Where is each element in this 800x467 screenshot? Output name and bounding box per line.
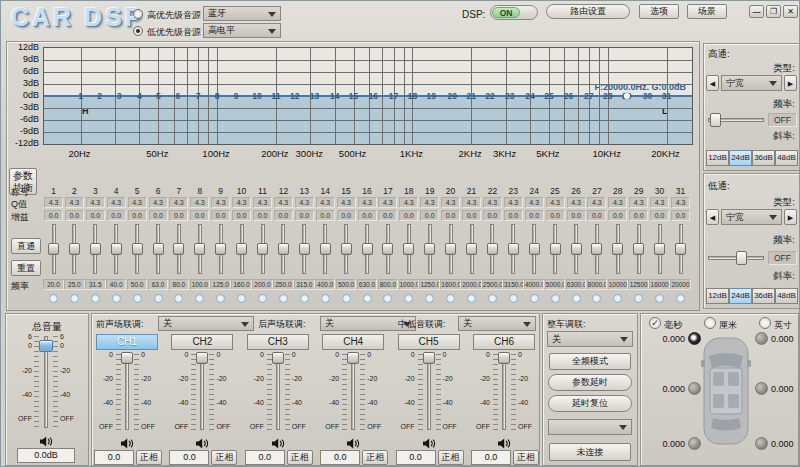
eq-band-marker[interactable]: 2 [92,91,108,101]
band-gain-value[interactable]: 0.0 [65,210,84,221]
connection-status-button[interactable]: 未连接 [549,443,631,461]
options-button[interactable]: 选项 [639,4,679,19]
band-gain-thumb[interactable] [466,243,477,255]
lowpass-freq-thumb[interactable] [736,251,747,265]
band-gain-value[interactable]: 0.0 [274,210,293,221]
band-select-radio[interactable] [216,294,225,303]
band-select-radio[interactable] [112,294,121,303]
band-select-radio[interactable] [133,294,142,303]
band-q-value[interactable]: 4.3 [399,197,418,208]
band-q-value[interactable]: 4.3 [420,197,439,208]
vehicle-link-select[interactable]: 关 [547,331,633,347]
slope-button-12dB[interactable]: 12dB [706,288,729,304]
delay-knob-icon[interactable] [688,382,701,395]
eq-band-marker[interactable]: 23 [502,91,518,101]
band-q-value[interactable]: 4.3 [190,197,209,208]
band-gain-thumb[interactable] [571,243,582,255]
band-gain-value[interactable]: 0.0 [671,210,690,221]
delay-unit-radio-2[interactable] [704,317,716,329]
band-gain-thumb[interactable] [382,243,393,255]
band-select-radio[interactable] [509,294,518,303]
delay-knob-icon[interactable] [755,437,768,450]
band-gain-value[interactable]: 0.0 [608,210,627,221]
channel-level-thumb[interactable] [121,352,133,364]
scene-button[interactable]: 场景 [687,4,727,19]
band-gain-thumb[interactable] [320,243,331,255]
bypass-button[interactable]: 直通 [11,238,41,254]
eq-band-marker[interactable]: 9 [228,91,244,101]
band-gain-thumb[interactable] [173,243,184,255]
band-gain-thumb[interactable] [487,243,498,255]
band-gain-value[interactable]: 0.0 [462,210,481,221]
channel-phase-button[interactable]: 正相 [513,450,539,465]
channel-mute-icon[interactable] [195,435,209,446]
band-gain-value[interactable]: 0.0 [650,210,669,221]
band-q-value[interactable]: 4.3 [378,197,397,208]
channel-level-thumb[interactable] [498,352,510,364]
band-gain-thumb[interactable] [591,243,602,255]
band-gain-thumb[interactable] [675,243,686,255]
minimize-icon[interactable]: — [749,5,764,18]
band-q-value[interactable]: 4.3 [629,197,648,208]
band-select-radio[interactable] [425,294,434,303]
band-gain-thumb[interactable] [654,243,665,255]
band-select-radio[interactable] [634,294,643,303]
band-q-value[interactable]: 4.3 [295,197,314,208]
eq-band-marker[interactable]: 16 [365,91,381,101]
slope-button-48dB[interactable]: 48dB [775,288,798,304]
band-q-value[interactable]: 4.3 [650,197,669,208]
slope-button-12dB[interactable]: 12dB [706,150,729,166]
routing-settings-button[interactable]: 路由设置 [546,4,630,19]
band-select-radio[interactable] [467,294,476,303]
slope-button-48dB[interactable]: 48dB [775,150,798,166]
channel-tab-ch5[interactable]: CH5 [398,334,460,350]
eq-band-marker[interactable]: 20 [444,91,460,101]
band-gain-value[interactable]: 0.0 [169,210,188,221]
band-select-radio[interactable] [551,294,560,303]
band-q-value[interactable]: 4.3 [525,197,544,208]
band-q-value[interactable]: 4.3 [358,197,377,208]
eq-band-marker[interactable]: 6 [170,91,186,101]
band-gain-value[interactable]: 0.0 [253,210,272,221]
channel-level-slider[interactable] [427,354,431,430]
band-gain-value[interactable]: 0.0 [504,210,523,221]
channel-level-slider[interactable] [276,354,280,430]
band-gain-value[interactable]: 0.0 [378,210,397,221]
eq-band-marker[interactable]: 4 [131,91,147,101]
band-gain-thumb[interactable] [341,243,352,255]
highpass-type-select[interactable]: 宁宽 [721,75,782,91]
maximize-icon[interactable]: ❐ [766,5,781,18]
eq-band-marker[interactable]: 8 [209,91,225,101]
eq-band-marker[interactable]: 17 [386,91,402,101]
band-gain-value[interactable]: 0.0 [211,210,230,221]
full-frequency-mode-button[interactable]: 全频模式 [549,353,631,370]
band-select-radio[interactable] [174,294,183,303]
band-q-value[interactable]: 4.3 [587,197,606,208]
channel-phase-button[interactable]: 正相 [362,450,388,465]
eq-band-marker[interactable]: 25 [541,91,557,101]
delay-unit-radio-1[interactable]: ✓ [649,317,661,329]
band-gain-value[interactable]: 0.0 [149,210,168,221]
eq-band-marker[interactable]: 10 [249,91,265,101]
band-gain-value[interactable]: 0.0 [483,210,502,221]
close-icon[interactable]: ✕ [783,5,798,18]
eq-band-marker[interactable]: 31 [659,91,675,101]
band-gain-value[interactable]: 0.0 [441,210,460,221]
channel-level-slider[interactable] [125,354,129,430]
band-gain-value[interactable]: 0.0 [107,210,126,221]
eq-band-marker[interactable]: 7 [190,91,206,101]
band-gain-thumb[interactable] [48,243,59,255]
band-gain-thumb[interactable] [278,243,289,255]
slope-button-36dB[interactable]: 36dB [752,288,775,304]
channel-mute-icon[interactable] [422,435,436,446]
channel-phase-button[interactable]: 正相 [136,450,162,465]
eq-band-marker[interactable]: 12 [287,91,303,101]
channel-phase-button[interactable]: 正相 [438,450,464,465]
band-gain-thumb[interactable] [424,243,435,255]
band-gain-thumb[interactable] [194,243,205,255]
band-q-value[interactable]: 4.3 [567,197,586,208]
channel-phase-button[interactable]: 正相 [211,450,237,465]
master-volume-thumb[interactable] [39,340,53,352]
selected-band-dot[interactable] [624,93,630,99]
band-q-value[interactable]: 4.3 [546,197,565,208]
